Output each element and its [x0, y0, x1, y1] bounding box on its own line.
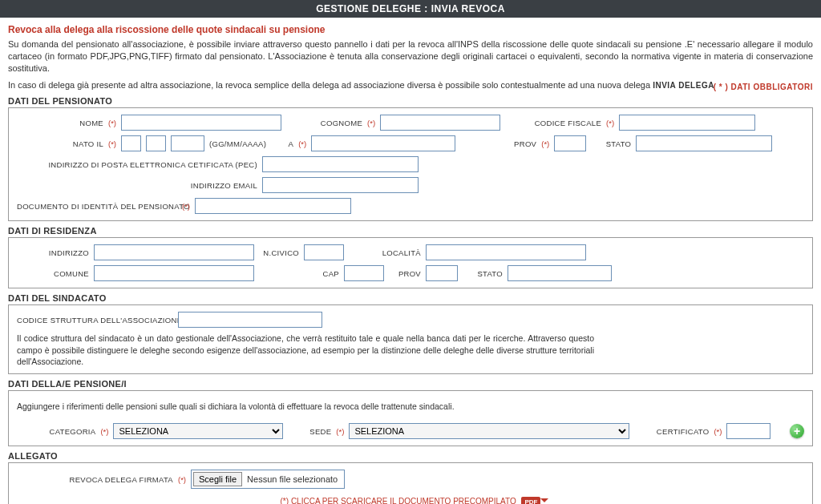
label-pec: INDIRIZZO DI POSTA ELETTRONICA CETIFICAT…	[17, 160, 257, 169]
input-prov-res[interactable]	[426, 265, 458, 281]
req-docid: (*)	[182, 202, 190, 211]
label-cap: CAP	[259, 269, 339, 278]
input-codstrutt[interactable]	[178, 312, 322, 328]
label-stato-nascita: STATO	[591, 139, 631, 148]
section-title-residenza: DATI DI RESIDENZA	[8, 226, 813, 236]
req-prov-nascita: (*)	[541, 139, 549, 148]
label-sede: SEDE	[288, 427, 331, 436]
box-pensionato: NOME (*) COGNOME (*) CODICE FISCALE (*) …	[8, 107, 813, 221]
label-stato-res: STATO	[463, 269, 503, 278]
input-localita[interactable]	[426, 244, 586, 260]
download-prefix: (*)	[281, 497, 291, 504]
label-natoil: NATO IL	[17, 139, 103, 148]
input-comune[interactable]	[94, 265, 254, 281]
download-row: (*) CLICCA PER SCARICARE IL DOCUMENTO PR…	[17, 497, 804, 504]
req-natoil: (*)	[108, 139, 116, 148]
box-residenza: INDIRIZZO N.CIVICO LOCALITÀ COMUNE CAP P…	[8, 237, 813, 288]
input-cf[interactable]	[619, 115, 755, 131]
label-natofmt: (GG/MM/AAAA)	[209, 139, 266, 148]
label-prov-nascita: PROV	[460, 139, 536, 148]
input-stato-res[interactable]	[508, 265, 612, 281]
label-localita: LOCALITÀ	[349, 248, 421, 257]
req-cognome: (*)	[367, 119, 375, 127]
box-allegato: REVOCA DELEGA FIRMATA (*) Scegli file Ne…	[8, 462, 813, 504]
section-title-allegato: ALLEGATO	[8, 451, 813, 461]
label-docid: DOCUMENTO DI IDENTITÀ DEL PENSIONATO	[17, 202, 177, 211]
input-nato-mm[interactable]	[146, 135, 166, 151]
label-cognome: COGNOME	[286, 119, 362, 127]
req-certificato: (*)	[714, 427, 722, 436]
input-nato-gg[interactable]	[121, 135, 141, 151]
intro-paragraph-2: In caso di delega già presente ad altra …	[8, 79, 813, 91]
input-nato-a[interactable]	[311, 135, 455, 151]
invia-delega-link[interactable]: INVIA DELEGA	[653, 81, 714, 90]
label-comune: COMUNE	[17, 269, 89, 278]
section-title-pensionato: DATI DEL PENSIONATO	[8, 96, 813, 106]
input-cap[interactable]	[344, 265, 384, 281]
label-email: INDIRIZZO EMAIL	[17, 181, 257, 190]
select-categoria[interactable]: SELEZIONA	[113, 423, 283, 439]
section-title-pensioni: DATI DELLA/E PENSIONE/I	[8, 379, 813, 389]
input-stato-nascita[interactable]	[636, 135, 772, 151]
input-email[interactable]	[262, 177, 419, 193]
input-nato-aaaa[interactable]	[171, 135, 204, 151]
intro-paragraph-2-text: In caso di delega già presente ad altra …	[8, 80, 653, 90]
input-docid[interactable]	[195, 198, 351, 214]
pdf-icon[interactable]: PDF	[521, 497, 540, 504]
label-ncivico: N.CIVICO	[259, 248, 299, 257]
box-sindacato: CODICE STRUTTURA DELL'ASSOCIAZIONE Il co…	[8, 304, 813, 374]
page-header: GESTIONE DELEGHE : INVIA REVOCA	[0, 0, 821, 18]
choose-file-button[interactable]: Scegli file	[193, 472, 242, 486]
input-indirizzo[interactable]	[94, 244, 254, 260]
sindacato-note: Il codice struttura del sindacato è un d…	[17, 333, 594, 367]
page-content: Revoca alla delega alla riscossione dell…	[0, 18, 821, 504]
req-cf: (*)	[606, 119, 614, 127]
req-revocafile: (*)	[178, 475, 186, 484]
intro-paragraph-1: Su domanda del pensionato all'associazio…	[8, 38, 813, 75]
box-pensioni: Aggiungere i riferimenti delle pensioni …	[8, 390, 813, 446]
input-nome[interactable]	[121, 115, 281, 131]
input-certificato[interactable]	[726, 423, 770, 439]
label-categoria: CATEGORIA	[17, 427, 95, 436]
label-indirizzo: INDIRIZZO	[17, 248, 89, 257]
label-prov-res: PROV	[389, 269, 421, 278]
input-ncivico[interactable]	[304, 244, 344, 260]
intro-heading: Revoca alla delega alla riscossione dell…	[8, 24, 813, 35]
section-title-sindacato: DATI DEL SINDACATO	[8, 293, 813, 303]
select-sede[interactable]: SELEZIONA	[349, 423, 629, 439]
req-categoria: (*)	[100, 427, 108, 436]
req-a: (*)	[298, 139, 306, 148]
req-sede: (*)	[336, 427, 344, 436]
label-certificato: CERTIFICATO	[634, 427, 710, 436]
pensioni-note: Aggiungere i riferimenti delle pensioni …	[17, 401, 804, 412]
label-codstrutt: CODICE STRUTTURA DELL'ASSOCIAZIONE	[17, 316, 173, 325]
download-precompiled-link[interactable]: CLICCA PER SCARICARE IL DOCUMENTO PRECOM…	[291, 497, 516, 504]
req-nome: (*)	[108, 119, 116, 127]
label-revocafile: REVOCA DELEGA FIRMATA	[17, 475, 173, 484]
label-cf: CODICE FISCALE	[505, 119, 601, 127]
file-none-label: Nessun file selezionato	[242, 473, 342, 486]
input-cognome[interactable]	[380, 115, 500, 131]
add-pension-icon[interactable]: +	[790, 424, 804, 438]
label-nome: NOME	[17, 119, 103, 127]
label-a: A	[271, 139, 293, 148]
file-input-wrap: Scegli file Nessun file selezionato	[191, 470, 345, 489]
input-pec[interactable]	[262, 156, 419, 172]
input-prov-nascita[interactable]	[554, 135, 586, 151]
